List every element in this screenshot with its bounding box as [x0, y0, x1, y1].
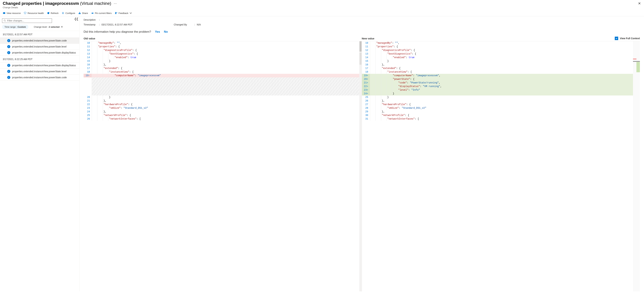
info-icon: i — [7, 45, 10, 48]
line-number: 25 — [362, 96, 370, 99]
line-number — [84, 88, 92, 92]
close-icon[interactable]: ✕ — [638, 2, 641, 5]
svg-point-1 — [62, 13, 63, 14]
configure-button[interactable]: Configure — [62, 12, 75, 14]
heart-icon — [24, 12, 26, 14]
change-item[interactable]: iproperties.extended.instanceView.powerS… — [0, 74, 79, 80]
line-number: 22+ — [362, 85, 370, 88]
old-value-pane[interactable]: 10"managedBy": "",11"properties": {12"di… — [84, 41, 362, 292]
line-number: 20+ — [362, 78, 370, 81]
line-number: 15 — [84, 59, 92, 63]
new-value-pane[interactable]: 10"managedBy": "",11"properties": {12"di… — [362, 41, 640, 292]
line-number: 10 — [362, 41, 370, 45]
diff-line: 10"managedBy": "", — [362, 41, 640, 45]
share-icon — [78, 12, 81, 14]
diff-line — [84, 88, 362, 92]
breadcrumb: Change Details — [3, 6, 641, 9]
clear-pill-icon[interactable]: ✕ — [61, 26, 63, 28]
line-number: 14 — [362, 56, 370, 59]
resource-health-button[interactable]: Resource health — [24, 12, 44, 14]
page-header: Changed properties | imageprocessvm (Vir… — [0, 0, 644, 10]
feedback-yes-link[interactable]: Yes — [155, 30, 160, 33]
change-item-label: properties.extended.instanceView.powerSt… — [12, 39, 67, 42]
line-number: 17 — [84, 66, 92, 70]
line-number: 23+ — [362, 88, 370, 92]
time-range-pill[interactable]: Time range : Custom — [2, 24, 28, 29]
line-number: 11 — [84, 45, 92, 48]
line-number: 13 — [362, 52, 370, 56]
diff-line: 11"properties": { — [362, 45, 640, 48]
feedback-question: Did this information help you diagnose t… — [84, 30, 151, 33]
diff-line: 23"vmSize": "Standard_DS1_v2" — [84, 106, 362, 110]
diff-line: 21}, — [84, 99, 362, 103]
eye-icon — [3, 12, 6, 14]
filter-input-wrap[interactable] — [2, 18, 52, 23]
line-number: 20 — [84, 96, 92, 99]
line-number: 24 — [84, 110, 92, 114]
collapse-sidebar-button[interactable]: ❮❮ — [74, 17, 78, 21]
info-icon: i — [7, 64, 10, 67]
diff-line: 28"vmSize": "Standard_DS1_v2" — [362, 106, 640, 110]
change-group-header: 3/17/2021, 6:22:57 AM PDT — [0, 31, 79, 38]
line-number: 27 — [362, 103, 370, 106]
line-number: 26 — [362, 99, 370, 103]
diff-line — [84, 81, 362, 85]
change-item-label: properties.extended.instanceView.powerSt… — [12, 51, 76, 54]
line-number: 14 — [84, 56, 92, 59]
diff-line: 10"managedBy": "", — [84, 41, 362, 45]
feedback-button[interactable]: Feedback — [115, 12, 132, 14]
change-item[interactable]: iproperties.extended.instanceView.powerS… — [0, 50, 79, 56]
full-context-checkbox[interactable] — [615, 37, 618, 40]
line-number — [84, 78, 92, 81]
change-item[interactable]: iproperties.extended.instanceView.powerS… — [0, 38, 79, 44]
line-number — [84, 85, 92, 88]
diff-line: 24}, — [84, 110, 362, 114]
change-group-header: 3/17/2021, 6:22:25 AM PDT — [0, 56, 79, 62]
description-label: Description — [84, 18, 99, 21]
line-number: 29 — [362, 110, 370, 114]
change-item-label: properties.extended.instanceView.powerSt… — [12, 45, 66, 48]
change-item[interactable]: iproperties.extended.instanceView.powerS… — [0, 68, 79, 74]
more-menu-button[interactable]: ⋯ — [114, 2, 117, 5]
line-number: 11 — [362, 45, 370, 48]
diff-line — [84, 78, 362, 81]
filter-changes-input[interactable] — [7, 19, 50, 22]
diff-line: 31"networkInterfaces": [ — [362, 117, 640, 121]
diff-line: 20+"powerState": { — [362, 78, 640, 81]
share-button[interactable]: Share — [78, 12, 88, 14]
change-level-pill[interactable]: Change level : 2 selected✕ — [32, 24, 66, 29]
changes-sidebar: ❮❮ Time range : Custom Change level : 2 … — [0, 16, 80, 292]
line-number: 12 — [362, 48, 370, 52]
change-item[interactable]: iproperties.extended.instanceView.powerS… — [0, 44, 79, 50]
diff-line: 15} — [84, 59, 362, 63]
refresh-button[interactable]: Refresh — [47, 12, 59, 14]
line-number: 22 — [84, 103, 92, 106]
info-icon: i — [7, 76, 10, 79]
view-resource-button[interactable]: View resource — [3, 12, 21, 14]
line-number — [84, 81, 92, 85]
change-item-label: properties.extended.instanceView.powerSt… — [12, 64, 76, 67]
diff-line: 19-"computerName": "imageprocessvm" — [84, 74, 362, 78]
change-details-pane: Description : Timestamp : 03/17/2021, 6:… — [80, 16, 644, 292]
minimap[interactable] — [633, 41, 640, 292]
diff-line: 22+"displayStatus": "VM running", — [362, 85, 640, 88]
new-value-header: New value — [362, 37, 374, 40]
diff-line: 22"hardwareProfile": { — [84, 103, 362, 106]
pin-icon — [91, 12, 94, 14]
diff-line: 25"networkProfile": { — [84, 114, 362, 117]
command-bar: View resource Resource health Refresh Co… — [0, 10, 644, 16]
description-value — [102, 18, 174, 21]
pin-button[interactable]: Pin current filters — [91, 12, 112, 14]
line-number — [84, 92, 92, 96]
gear-icon — [62, 12, 64, 14]
change-item[interactable]: iproperties.extended.instanceView.powerS… — [0, 62, 79, 68]
feedback-no-link[interactable]: No — [164, 30, 168, 33]
diff-line — [84, 92, 362, 96]
diff-line: 18"instanceView": { — [362, 70, 640, 74]
diff-line: 13"bootDiagnostics": { — [362, 52, 640, 56]
scrollbar[interactable] — [359, 41, 362, 292]
diff-line: 14"enabled": true — [362, 56, 640, 59]
line-number: 18 — [362, 70, 370, 74]
info-icon: i — [7, 39, 10, 42]
timestamp-value: 03/17/2021, 6:22:57 AM PDT — [102, 23, 174, 26]
